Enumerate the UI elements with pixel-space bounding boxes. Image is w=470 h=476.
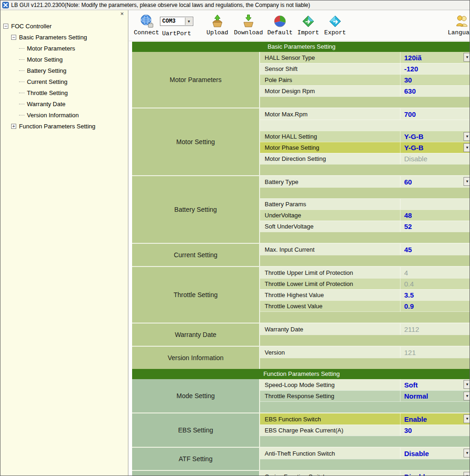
param-row-speed-loop-mode-setting: Speed-Loop Mode SettingSoft▼	[260, 379, 470, 390]
close-icon[interactable]: ×	[120, 10, 124, 17]
param-value-cell[interactable]: 52	[400, 221, 470, 232]
chevron-down-icon[interactable]: ▼	[464, 472, 470, 476]
tree-item-label[interactable]: Version Information	[27, 112, 79, 119]
tree-item-label[interactable]: Warranty Date	[27, 101, 65, 108]
param-value-cell[interactable]: 30	[400, 75, 470, 85]
chevron-down-icon[interactable]: ▼	[464, 143, 470, 152]
param-row-throttle-lower-limit-of-protection: Throttle Lower Limit of Protection0.4	[260, 278, 470, 289]
param-value[interactable]: 48	[404, 211, 412, 219]
param-value[interactable]: 30	[404, 76, 412, 84]
collapse-icon[interactable]: −	[11, 35, 16, 40]
param-value[interactable]: 45	[404, 246, 412, 254]
chevron-down-icon[interactable]: ▼	[464, 414, 470, 423]
param-value-cell[interactable]: Y-G-B▼	[400, 131, 470, 142]
param-value-cell[interactable]: 48	[400, 210, 470, 221]
main-area: Connect COM3 ▼ UartPort Upload	[129, 10, 470, 476]
com-port-select[interactable]: COM3 ▼	[160, 17, 193, 26]
param-value[interactable]: Enable	[404, 415, 427, 423]
tree-item-motor-setting[interactable]: Motor Setting	[0, 54, 128, 65]
param-value-cell[interactable]: 121	[400, 347, 470, 358]
param-value-cell[interactable]: Disable▼	[400, 471, 470, 476]
param-value-cell[interactable]: 120iã▼	[400, 52, 470, 63]
tree-item-label[interactable]: Throttle Setting	[27, 89, 68, 96]
group-warranty-date: Warranty DateWarranty Date2112	[132, 323, 470, 346]
spacer-row	[260, 335, 470, 346]
param-value-cell[interactable]: Disable▼	[400, 448, 470, 459]
param-value-cell[interactable]: 30	[400, 425, 470, 436]
tree-item-label[interactable]: FOC Controller	[11, 23, 51, 30]
param-value[interactable]: Normal	[404, 392, 428, 400]
tree-branch-line	[19, 104, 25, 104]
param-value[interactable]: 60	[404, 178, 412, 186]
param-value-cell[interactable]: Disable	[400, 153, 470, 164]
tree-item-function-parameters-setting[interactable]: +Function Parameters Setting	[0, 121, 128, 132]
tree-item-label[interactable]: Current Setting	[27, 78, 67, 85]
param-value[interactable]: Soft	[404, 381, 418, 389]
param-value-cell[interactable]: 630	[400, 86, 470, 96]
tree-item-throttle-setting[interactable]: Throttle Setting	[0, 87, 128, 98]
param-value[interactable]: Disable	[404, 450, 429, 457]
param-value-cell[interactable]: 60▼	[400, 176, 470, 187]
tree-item-version-information[interactable]: Version Information	[0, 109, 128, 121]
default-button[interactable]: Default	[265, 12, 295, 36]
import-button[interactable]: Import	[295, 12, 322, 36]
param-value-cell[interactable]: 3.5	[400, 290, 470, 300]
download-button[interactable]: Download	[232, 12, 265, 36]
tree-item-label[interactable]: Function Parameters Setting	[19, 123, 95, 130]
param-name: Warranty Date	[260, 324, 400, 335]
group-ebs-setting: EBS SettingEBS Function SwitchEnable▼EBS…	[132, 413, 470, 447]
group-cruise-setting: Cruise SettingCruise Function SwitchDisa…	[132, 470, 470, 476]
chevron-down-icon[interactable]: ▼	[464, 380, 470, 389]
language-button[interactable]: Language	[448, 12, 470, 36]
param-value-cell[interactable]: 45	[400, 244, 470, 255]
param-value-cell[interactable]: 2112	[400, 324, 470, 335]
param-value-cell[interactable]: 0.4	[400, 279, 470, 289]
connect-button[interactable]: Connect	[133, 12, 159, 36]
param-value[interactable]: Y-G-B	[404, 144, 424, 152]
chevron-down-icon[interactable]: ▼	[185, 18, 192, 25]
spacer-row	[260, 164, 470, 175]
rows-motor-setting: Motor Max.Rpm700Motor HALL SettingY-G-B▼…	[259, 108, 470, 175]
param-value[interactable]: 0.9	[404, 302, 414, 310]
tree-item-label[interactable]: Battery Setting	[27, 67, 66, 74]
param-value-cell[interactable]: 4	[400, 267, 470, 278]
rows-throttle-setting: Throttle Upper Limit of Protection4Throt…	[259, 267, 470, 323]
tree-item-current-setting[interactable]: Current Setting	[0, 76, 128, 87]
expand-icon[interactable]: +	[11, 124, 16, 129]
param-value[interactable]: 52	[404, 222, 412, 230]
tree-item-label[interactable]: Basic Parameters Setting	[19, 34, 87, 41]
param-value[interactable]: Y-G-B	[404, 133, 424, 140]
param-value-cell[interactable]: 700	[400, 108, 470, 120]
tree-item-warranty-date[interactable]: Warranty Date	[0, 98, 128, 109]
chevron-down-icon[interactable]: ▼	[464, 177, 470, 186]
param-value-cell[interactable]	[400, 199, 470, 209]
chevron-down-icon[interactable]: ▼	[464, 449, 470, 457]
param-value[interactable]: Disable	[404, 473, 429, 476]
param-value[interactable]: 630	[404, 87, 416, 95]
tree-item-foc-controller[interactable]: −FOC Controller	[0, 20, 128, 32]
param-value[interactable]: 700	[404, 110, 416, 118]
tree-item-motor-parameters[interactable]: Motor Parameters	[0, 43, 128, 54]
param-value-cell[interactable]: Soft▼	[400, 379, 470, 390]
chevron-down-icon[interactable]: ▼	[464, 392, 470, 400]
collapse-icon[interactable]: −	[3, 24, 8, 29]
upload-button[interactable]: Upload	[202, 12, 233, 36]
param-row-throttle-highest-value: Throttle Highest Value3.5	[260, 289, 470, 300]
chevron-down-icon[interactable]: ▼	[464, 53, 470, 62]
param-value-cell[interactable]: Normal▼	[400, 391, 470, 401]
tree-item-basic-parameters-setting[interactable]: −Basic Parameters Setting	[0, 32, 128, 43]
export-button[interactable]: Export	[322, 12, 349, 36]
param-value[interactable]: 3.5	[404, 291, 414, 299]
tree-item-battery-setting[interactable]: Battery Setting	[0, 65, 128, 76]
tree-item-label[interactable]: Motor Parameters	[27, 45, 75, 52]
chevron-down-icon[interactable]: ▼	[464, 132, 470, 141]
tree-item-label[interactable]: Motor Setting	[27, 56, 63, 63]
param-row-throttle-response-setting: Throttle Response SettingNormal▼	[260, 390, 470, 401]
param-value[interactable]: 30	[404, 426, 412, 434]
param-value-cell[interactable]: Y-G-B▼	[400, 142, 470, 153]
param-value-cell[interactable]: 0.9	[400, 301, 470, 311]
param-value[interactable]: -120	[404, 65, 418, 73]
param-value-cell[interactable]: -120	[400, 63, 470, 74]
param-value[interactable]: 120iã	[404, 54, 422, 62]
param-value-cell[interactable]: Enable▼	[400, 413, 470, 425]
